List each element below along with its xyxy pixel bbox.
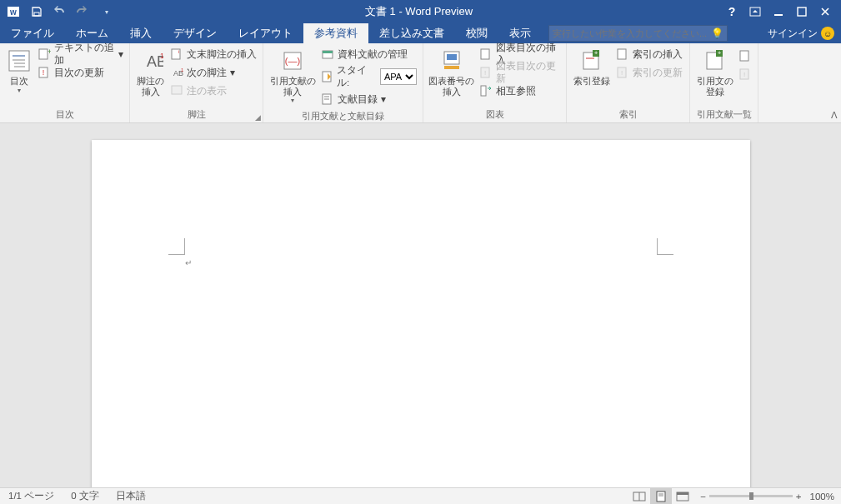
status-bar: 1/1 ページ 0 文字 日本語 − + 100% — [0, 487, 841, 504]
undo-icon[interactable] — [50, 2, 70, 22]
bulb-icon: 💡 — [711, 27, 723, 39]
update-index-icon: ! — [616, 66, 629, 79]
ribbon-tabs: ファイル ホーム 挿入 デザイン レイアウト 参考資料 差し込み文書 校閲 表示… — [0, 23, 841, 43]
tab-references[interactable]: 参考資料 — [303, 23, 368, 43]
page-indicator[interactable]: 1/1 ページ — [0, 490, 63, 502]
citation-style[interactable]: スタイル: APA — [318, 63, 419, 90]
ribbon-display-icon[interactable] — [744, 2, 766, 22]
tab-design[interactable]: デザイン — [163, 23, 228, 43]
save-icon[interactable] — [27, 2, 47, 22]
mark-entry-button[interactable]: + 索引登録 — [570, 45, 613, 89]
word-count[interactable]: 0 文字 — [63, 490, 108, 502]
show-notes-button[interactable]: 注の表示 — [168, 82, 259, 100]
paragraph-mark-icon: ↵ — [185, 258, 192, 267]
svg-text:+: + — [48, 47, 51, 56]
update-toc-button[interactable]: ! 目次の更新 — [35, 63, 126, 82]
sign-in[interactable]: サインイン ☺ — [761, 23, 841, 43]
sign-in-label: サインイン — [768, 27, 818, 41]
mark-entry-icon: + — [578, 47, 605, 74]
window-title: 文書 1 - Word Preview — [117, 4, 721, 19]
help-icon[interactable]: ? — [721, 2, 743, 22]
svg-rect-31 — [447, 54, 457, 60]
tab-home[interactable]: ホーム — [65, 23, 119, 43]
tab-file[interactable]: ファイル — [0, 23, 65, 43]
update-toa-icon: ! — [738, 67, 752, 81]
insert-caption-button[interactable]: 図表番号の 挿入 — [427, 45, 477, 99]
svg-rect-6 — [9, 51, 29, 71]
svg-rect-36 — [481, 86, 486, 96]
group-label: 図表 — [423, 108, 566, 122]
svg-rect-47 — [740, 51, 748, 61]
manage-sources-button[interactable]: 資料文献の管理 — [318, 45, 419, 63]
tab-view[interactable]: 表示 — [498, 23, 542, 43]
chevron-down-icon: ▾ — [230, 67, 235, 78]
update-toa-button[interactable]: ! — [736, 65, 754, 83]
manage-sources-icon — [321, 47, 334, 61]
document-area[interactable]: ↵ — [0, 123, 841, 487]
language-indicator[interactable]: 日本語 — [108, 490, 154, 502]
read-mode-icon[interactable] — [628, 488, 650, 505]
insert-endnote-button[interactable]: i 文末脚注の挿入 — [168, 45, 259, 63]
dialog-launcher-icon[interactable]: ◢ — [255, 113, 261, 122]
print-layout-icon[interactable] — [650, 488, 672, 505]
web-layout-icon[interactable] — [672, 488, 693, 505]
word-icon[interactable]: w — [3, 2, 23, 22]
redo-icon[interactable] — [73, 2, 93, 22]
margin-corner — [168, 238, 185, 255]
margin-corner — [657, 238, 673, 255]
chevron-down-icon: ▾ — [18, 87, 21, 94]
svg-rect-5 — [798, 7, 806, 16]
chevron-down-icon: ▾ — [291, 97, 294, 104]
svg-text:(―): (―) — [285, 56, 300, 66]
minimize-icon[interactable] — [768, 2, 789, 22]
bibliography-button[interactable]: 文献目録 ▾ — [318, 90, 419, 108]
title-bar: w ▾ 文書 1 - Word Preview ? — [0, 0, 841, 23]
group-toc: 目次 ▾ + テキストの追加 ▾ ! 目次の更新 目次 — [0, 43, 130, 122]
toa-icon — [738, 49, 752, 62]
insert-footnote-button[interactable]: AB1 脚注の 挿入 — [133, 45, 168, 99]
zoom-slider[interactable] — [709, 495, 793, 497]
svg-text:!: ! — [621, 69, 623, 77]
toc-button[interactable]: 目次 ▾ — [3, 45, 35, 97]
zoom-in-button[interactable]: + — [796, 492, 802, 502]
next-footnote-button[interactable]: AB1 次の脚注 ▾ — [168, 63, 259, 82]
document-page[interactable]: ↵ — [92, 140, 750, 487]
group-authorities: + 引用文の 登録 ! 引用文献一覧 — [690, 43, 758, 122]
tell-me-box[interactable]: 💡 — [548, 25, 728, 42]
cross-reference-button[interactable]: 相互参照 — [477, 82, 563, 100]
qat-customize-icon[interactable]: ▾ — [97, 2, 117, 22]
group-captions: 図表番号の 挿入 図表目次の挿入 ! 図表目次の更新 相互参照 図表 — [423, 43, 567, 122]
tab-review[interactable]: 校閲 — [455, 23, 498, 43]
collapse-ribbon-icon[interactable]: ᐱ — [831, 110, 838, 121]
show-notes-icon — [170, 84, 183, 97]
toc-icon — [6, 47, 33, 74]
update-index-button[interactable]: ! 索引の更新 — [613, 63, 685, 82]
footnote-icon: AB1 — [138, 47, 164, 74]
window-controls: ? — [721, 2, 841, 22]
mark-citation-button[interactable]: + 引用文の 登録 — [693, 45, 736, 99]
tof-icon — [479, 47, 493, 61]
zoom-out-button[interactable]: − — [700, 492, 706, 502]
citation-icon: (―) — [279, 47, 306, 74]
bibliography-icon — [321, 92, 334, 106]
svg-text:i: i — [178, 49, 179, 54]
group-citations: (―) 引用文献の 挿入 ▾ 資料文献の管理 スタイル: APA 文献目録 ▾ — [263, 43, 423, 122]
chevron-down-icon: ▾ — [381, 93, 386, 105]
insert-index-button[interactable]: 索引の挿入 — [613, 45, 685, 63]
update-tof-button[interactable]: ! 図表目次の更新 — [477, 63, 563, 82]
tell-me-input[interactable] — [553, 28, 711, 38]
tab-layout[interactable]: レイアウト — [228, 23, 303, 43]
insert-toa-button[interactable] — [736, 47, 754, 65]
zoom-thumb[interactable] — [749, 492, 753, 500]
tab-insert[interactable]: 挿入 — [119, 23, 163, 43]
maximize-icon[interactable] — [791, 2, 813, 22]
add-text-button[interactable]: + テキストの追加 ▾ — [35, 45, 126, 63]
style-select[interactable]: APA — [380, 68, 417, 85]
tab-mailings[interactable]: 差し込み文書 — [368, 23, 455, 43]
svg-text:+: + — [594, 49, 598, 57]
close-icon[interactable] — [814, 2, 836, 22]
zoom-level[interactable]: 100% — [810, 492, 834, 502]
svg-text:1: 1 — [181, 67, 183, 72]
update-toc-icon: ! — [38, 66, 51, 79]
insert-citation-button[interactable]: (―) 引用文献の 挿入 ▾ — [267, 45, 318, 107]
